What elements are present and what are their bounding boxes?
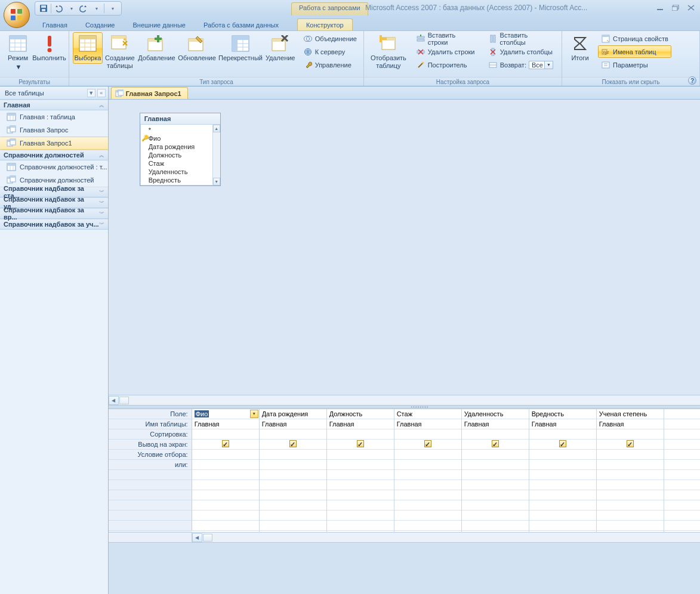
grid-cell[interactable]: Ученая степень bbox=[597, 409, 664, 419]
field-item[interactable]: Вредность bbox=[140, 176, 220, 184]
grid-column[interactable]: Фио▼Главная bbox=[192, 409, 260, 532]
parameters-button[interactable]: Параметры bbox=[598, 58, 671, 71]
scroll-thumb[interactable] bbox=[203, 534, 212, 542]
grid-column[interactable]: СтажГлавная bbox=[394, 409, 462, 532]
grid-cell[interactable] bbox=[327, 450, 394, 460]
grid-cell[interactable] bbox=[327, 511, 394, 521]
tab-home[interactable]: Главная bbox=[33, 18, 76, 30]
grid-cell[interactable] bbox=[327, 490, 394, 500]
minimize-button[interactable] bbox=[655, 4, 665, 12]
grid-cell[interactable] bbox=[260, 450, 326, 460]
grid-cell[interactable] bbox=[597, 500, 664, 511]
delete-cols-button[interactable]: Удалить столбцы bbox=[485, 45, 558, 58]
grid-cell[interactable] bbox=[260, 511, 326, 521]
grid-cell[interactable] bbox=[664, 480, 700, 490]
grid-cell[interactable] bbox=[664, 460, 700, 470]
grid-cell[interactable] bbox=[597, 460, 664, 470]
nav-item[interactable]: Главная : таблица bbox=[0, 110, 108, 123]
nav-dropdown-icon[interactable]: ▼ bbox=[87, 89, 95, 97]
delete-rows-button[interactable]: Удалить строки bbox=[413, 45, 480, 58]
nav-group-header[interactable]: Справочник надбавок за вр...︾ bbox=[0, 208, 108, 219]
upper-hscroll[interactable]: ◀ ▶ bbox=[109, 395, 700, 405]
grid-cell[interactable] bbox=[394, 480, 461, 490]
grid-cell[interactable]: Вредность bbox=[529, 409, 596, 419]
grid-cell[interactable] bbox=[462, 500, 529, 511]
nav-group-header[interactable]: Справочник надбавок за уч...︾ bbox=[0, 219, 108, 230]
grid-cell[interactable]: Фио▼ bbox=[192, 409, 259, 419]
grid-cell[interactable] bbox=[529, 429, 596, 440]
nav-group-header[interactable]: Справочник должностей︽ bbox=[0, 150, 108, 160]
grid-cell[interactable] bbox=[192, 480, 259, 490]
grid-cell[interactable] bbox=[597, 450, 664, 460]
tab-database-tools[interactable]: Работа с базами данных bbox=[195, 18, 288, 30]
field-item[interactable]: * bbox=[140, 126, 220, 134]
nav-item[interactable]: Справочник должностей : т... bbox=[0, 160, 108, 174]
passthrough-button[interactable]: К серверу bbox=[300, 45, 360, 58]
grid-cell[interactable] bbox=[664, 521, 700, 531]
grid-cell[interactable] bbox=[394, 500, 461, 511]
checkbox-checked[interactable] bbox=[424, 440, 431, 447]
scroll-thumb[interactable] bbox=[119, 397, 129, 404]
show-table-button[interactable]: Отобразить таблицу bbox=[368, 32, 409, 71]
grid-cell[interactable] bbox=[192, 429, 259, 440]
grid-cell[interactable] bbox=[260, 440, 326, 450]
help-button[interactable]: ? bbox=[688, 76, 696, 85]
table-fieldlist[interactable]: Главная *🔑ФиоДата рожденияДолжностьСтажУ… bbox=[140, 113, 221, 186]
grid-cell[interactable] bbox=[529, 521, 596, 531]
close-button[interactable] bbox=[686, 4, 696, 12]
grid-cell[interactable] bbox=[394, 521, 461, 531]
field-item[interactable]: Дата рождения bbox=[140, 143, 220, 151]
delete-query-button[interactable]: Удаление bbox=[264, 32, 297, 64]
grid-cell[interactable] bbox=[462, 511, 529, 521]
run-button[interactable]: Выполнить bbox=[33, 32, 65, 64]
tab-create[interactable]: Создание bbox=[76, 18, 124, 30]
dropdown-icon[interactable]: ▼ bbox=[250, 410, 258, 418]
grid-cell[interactable] bbox=[664, 511, 700, 521]
grid-cell[interactable] bbox=[664, 490, 700, 500]
grid-cell[interactable] bbox=[664, 419, 700, 429]
view-button[interactable]: Режим ▼ bbox=[4, 32, 32, 72]
grid-cell[interactable] bbox=[529, 460, 596, 470]
grid-cell[interactable] bbox=[192, 521, 259, 531]
grid-cell[interactable] bbox=[192, 450, 259, 460]
field-item[interactable]: Удаленность bbox=[140, 168, 220, 176]
field-item[interactable]: Стаж bbox=[140, 159, 220, 168]
grid-cell[interactable] bbox=[529, 511, 596, 521]
grid-cell[interactable] bbox=[664, 440, 700, 450]
grid-cell[interactable] bbox=[394, 450, 461, 460]
grid-column[interactable]: Ученая степеньГлавная bbox=[597, 409, 664, 532]
grid-cell[interactable]: Главная bbox=[462, 419, 529, 429]
checkbox-checked[interactable] bbox=[492, 440, 499, 447]
scroll-left-icon[interactable]: ◀ bbox=[109, 396, 119, 405]
tab-external-data[interactable]: Внешние данные bbox=[124, 18, 195, 30]
grid-cell[interactable] bbox=[192, 490, 259, 500]
insert-cols-button[interactable]: Вставить столбцы bbox=[485, 32, 558, 45]
grid-cell[interactable] bbox=[597, 470, 664, 480]
grid-cell[interactable]: Главная bbox=[192, 419, 259, 429]
select-query-button[interactable]: Выборка bbox=[73, 32, 103, 64]
undo-dropdown-icon[interactable]: ▼ bbox=[67, 4, 76, 13]
office-button[interactable] bbox=[4, 2, 30, 28]
grid-cell[interactable] bbox=[260, 460, 326, 470]
grid-cell[interactable] bbox=[597, 480, 664, 490]
grid-cell[interactable] bbox=[192, 511, 259, 521]
checkbox-checked[interactable] bbox=[289, 440, 297, 447]
grid-cell[interactable] bbox=[529, 500, 596, 511]
checkbox-checked[interactable] bbox=[222, 440, 229, 447]
field-item[interactable]: Должность bbox=[140, 151, 220, 159]
grid-cell[interactable] bbox=[394, 490, 461, 500]
property-sheet-button[interactable]: Страница свойств bbox=[598, 32, 671, 45]
grid-cell[interactable] bbox=[327, 500, 394, 511]
grid-cell[interactable] bbox=[597, 490, 664, 500]
grid-cell[interactable] bbox=[394, 440, 461, 450]
scroll-left-icon[interactable]: ◀ bbox=[192, 533, 202, 542]
datadef-button[interactable]: Управление bbox=[300, 58, 360, 71]
grid-cell[interactable] bbox=[327, 460, 394, 470]
grid-cell[interactable] bbox=[462, 460, 529, 470]
query-grid[interactable]: Поле:Имя таблицы:Сортировка:Вывод на экр… bbox=[109, 409, 700, 532]
grid-cell[interactable] bbox=[260, 521, 326, 531]
totals-button[interactable]: Итоги bbox=[566, 32, 594, 64]
union-button[interactable]: Объединение bbox=[300, 32, 360, 45]
table-names-button[interactable]: xyzИмена таблиц bbox=[598, 45, 671, 58]
grid-cell[interactable]: Удаленность bbox=[462, 409, 529, 419]
